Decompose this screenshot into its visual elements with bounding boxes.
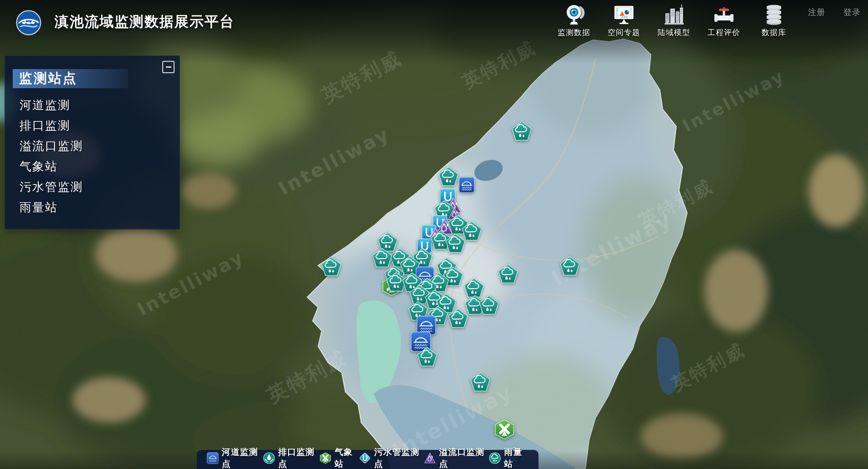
panel-item[interactable]: 河道监测	[20, 95, 180, 115]
map-marker-rain[interactable]	[559, 255, 580, 276]
nav-label: 陆域模型	[658, 27, 690, 38]
map-marker-rain[interactable]	[438, 166, 459, 187]
nav-item-database[interactable]: 数据库	[752, 2, 796, 38]
register-link[interactable]: 注册	[808, 7, 825, 18]
legend-item-outlet: 排口监测点	[263, 446, 319, 469]
map-marker-rain[interactable]	[479, 294, 499, 315]
top-nav: 监测数据 空间专题 陆域模型 工	[552, 2, 796, 38]
legend-item-rain: 雨量站	[489, 446, 529, 469]
map-marker-weather[interactable]	[494, 419, 515, 440]
buildings-icon	[663, 2, 685, 26]
legend-label: 气象站	[334, 446, 359, 469]
legend-item-overflow: 溢流口监测点	[424, 446, 489, 469]
monitor-stations-panel: 监测站点 河道监测排口监测溢流口监测气象站污水管监测雨量站	[5, 55, 180, 230]
map-legend: 河道监测点 排口监测点 气象站 污水管监测点 溢流口监测点 雨量站	[197, 450, 539, 469]
panel-item[interactable]: 排口监测	[20, 115, 180, 136]
panel-item[interactable]: 污水管监测	[20, 177, 180, 197]
nav-label: 工程评价	[708, 27, 740, 38]
legend-item-river: 河道监测点	[207, 446, 263, 469]
weather-marker-icon	[319, 452, 331, 464]
map-marker-rain[interactable]	[417, 346, 438, 367]
map-marker-rain[interactable]	[498, 263, 519, 284]
map-marker-rain[interactable]	[321, 256, 342, 277]
nav-label: 数据库	[762, 27, 786, 38]
rain-marker-icon	[489, 452, 501, 464]
map-marker-river[interactable]	[459, 177, 475, 193]
nav-item-land-model[interactable]: 陆域模型	[652, 2, 696, 38]
valve-icon	[713, 2, 735, 26]
monitor-icon	[613, 2, 635, 26]
nav-label: 空间专题	[608, 27, 640, 38]
legend-label: 污水管监测点	[374, 446, 424, 469]
legend-item-sewage: 污水管监测点	[359, 446, 424, 469]
map-marker-rain[interactable]	[511, 120, 532, 141]
panel-minimize-button[interactable]	[162, 61, 175, 73]
logo-icon	[15, 10, 42, 36]
legend-label: 河道监测点	[222, 446, 263, 469]
map-marker-rain[interactable]	[445, 233, 466, 254]
panel-item[interactable]: 溢流口监测	[20, 136, 180, 156]
login-link[interactable]: 登录	[843, 7, 861, 18]
legend-label: 排口监测点	[278, 446, 319, 469]
legend-label: 溢流口监测点	[439, 446, 489, 469]
app-logo	[15, 10, 42, 38]
panel-item[interactable]: 雨量站	[20, 197, 180, 218]
nav-item-project-eval[interactable]: 工程评价	[702, 2, 746, 38]
nav-item-monitor-data[interactable]: 监测数据	[552, 2, 596, 38]
database-icon	[763, 2, 785, 26]
panel-menu: 河道监测排口监测溢流口监测气象站污水管监测雨量站	[5, 95, 180, 218]
nav-item-spatial-topics[interactable]: 空间专题	[602, 2, 646, 38]
map-marker-rain[interactable]	[448, 308, 469, 329]
legend-item-weather: 气象站	[319, 446, 359, 469]
camera-icon	[563, 2, 585, 26]
outlet-marker-icon	[263, 452, 275, 464]
nav-label: 监测数据	[558, 27, 590, 38]
auth-links: 注册登录	[808, 7, 861, 18]
panel-title: 监测站点	[13, 69, 128, 88]
sewage-marker-icon	[359, 452, 371, 464]
page-title: 滇池流域监测数据展示平台	[55, 12, 234, 31]
panel-item[interactable]: 气象站	[20, 156, 180, 177]
map-marker-rain[interactable]	[470, 371, 491, 392]
river-marker-icon	[207, 452, 219, 464]
overflow-marker-icon	[424, 452, 436, 464]
legend-label: 雨量站	[504, 446, 529, 469]
